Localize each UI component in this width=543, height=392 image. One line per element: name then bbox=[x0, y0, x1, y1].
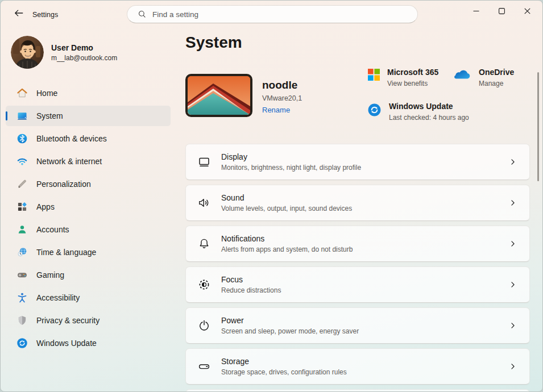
privacy-security-icon bbox=[16, 315, 28, 326]
accounts-icon bbox=[16, 224, 28, 235]
user-meta: User Demo m__lab@outlook.com bbox=[51, 43, 117, 62]
sidebar-item-bluetooth-devices[interactable]: Bluetooth & devices bbox=[6, 128, 171, 149]
minimize-button[interactable] bbox=[463, 3, 489, 20]
row-subtitle: Screen and sleep, power mode, energy sav… bbox=[221, 327, 509, 335]
system-icon bbox=[16, 110, 28, 122]
chevron-right-icon bbox=[509, 281, 517, 289]
search-input[interactable] bbox=[152, 10, 411, 19]
row-title: Notifications bbox=[221, 234, 509, 243]
gaming-icon bbox=[16, 269, 28, 281]
user-name: User Demo bbox=[51, 43, 117, 52]
onedrive-icon bbox=[453, 69, 471, 81]
back-arrow-icon bbox=[13, 8, 23, 20]
display-icon bbox=[197, 155, 211, 169]
quick-card-onedrive[interactable]: OneDrive Manage bbox=[453, 68, 514, 87]
chevron-right-icon bbox=[509, 322, 517, 330]
page-title: System bbox=[185, 34, 242, 52]
search-icon bbox=[138, 10, 147, 19]
user-account-block[interactable]: User Demo m__lab@outlook.com bbox=[11, 36, 117, 69]
settings-row-storage[interactable]: Storage Storage space, drives, configura… bbox=[185, 348, 530, 385]
settings-row-display[interactable]: Display Monitors, brightness, night ligh… bbox=[185, 144, 530, 180]
sidebar-item-label: Windows Update bbox=[36, 339, 97, 348]
close-icon bbox=[524, 6, 530, 16]
personalization-icon bbox=[16, 178, 28, 190]
sidebar-item-label: System bbox=[36, 111, 63, 120]
sidebar-item-personalization[interactable]: Personalization bbox=[6, 174, 171, 194]
quick-card-subtitle: View benefits bbox=[387, 80, 438, 87]
row-title: Storage bbox=[221, 357, 509, 366]
titlebar: Settings bbox=[1, 1, 542, 28]
settings-row-focus[interactable]: Focus Reduce distractions bbox=[185, 266, 530, 303]
sidebar: Home System Bluetooth & devices Network … bbox=[6, 83, 171, 356]
maximize-button[interactable] bbox=[489, 3, 515, 20]
row-subtitle: Storage space, drives, configuration rul… bbox=[221, 368, 509, 376]
sidebar-item-apps[interactable]: Apps bbox=[6, 197, 171, 217]
row-subtitle: Monitors, brightness, night light, displ… bbox=[221, 164, 509, 172]
device-name: noodle bbox=[262, 79, 302, 91]
settings-row-sound[interactable]: Sound Volume levels, output, input, soun… bbox=[185, 185, 530, 221]
quick-card-title: OneDrive bbox=[479, 68, 514, 77]
settings-row-power[interactable]: Power Screen and sleep, power mode, ener… bbox=[185, 307, 530, 344]
sidebar-item-label: Gaming bbox=[36, 270, 64, 280]
row-subtitle: Volume levels, output, input, sound devi… bbox=[221, 205, 509, 212]
focus-icon bbox=[197, 278, 211, 291]
bluetooth-icon bbox=[16, 133, 28, 144]
minimize-icon bbox=[473, 6, 479, 16]
sidebar-item-label: Accounts bbox=[36, 225, 69, 234]
microsoft-365-icon bbox=[368, 69, 380, 81]
windows-update-icon bbox=[367, 103, 382, 117]
sidebar-item-home[interactable]: Home bbox=[6, 83, 171, 103]
row-title: Power bbox=[221, 316, 509, 325]
sidebar-item-system[interactable]: System bbox=[6, 106, 171, 126]
quick-card-windows-update[interactable]: Windows Update Last checked: 4 hours ago bbox=[367, 102, 469, 122]
windows-update-icon bbox=[16, 337, 28, 349]
time-language-icon bbox=[16, 247, 28, 258]
sidebar-item-label: Bluetooth & devices bbox=[36, 134, 107, 143]
sidebar-item-gaming[interactable]: Gaming bbox=[6, 265, 171, 285]
vertical-scrollbar[interactable] bbox=[537, 72, 539, 181]
back-button[interactable] bbox=[7, 6, 29, 22]
selected-indicator bbox=[6, 111, 7, 120]
sidebar-item-network-internet[interactable]: Network & internet bbox=[6, 151, 171, 172]
chevron-right-icon bbox=[509, 240, 517, 248]
power-icon bbox=[197, 319, 211, 332]
home-icon bbox=[16, 87, 28, 99]
quick-card-title: Windows Update bbox=[389, 102, 469, 111]
sidebar-item-label: Apps bbox=[36, 202, 55, 211]
window-controls bbox=[463, 3, 540, 20]
sidebar-item-label: Privacy & security bbox=[36, 316, 100, 325]
sidebar-item-accessibility[interactable]: Accessibility bbox=[6, 287, 171, 308]
device-block: noodle VMware20,1 Rename bbox=[185, 74, 302, 117]
quick-card-title: Microsoft 365 bbox=[387, 68, 438, 77]
sidebar-item-label: Network & internet bbox=[36, 157, 102, 166]
sidebar-item-windows-update[interactable]: Windows Update bbox=[6, 333, 171, 353]
sidebar-item-label: Home bbox=[36, 89, 57, 98]
row-subtitle: Alerts from apps and system, do not dist… bbox=[221, 245, 509, 253]
search-box[interactable] bbox=[127, 5, 418, 23]
sidebar-item-privacy-security[interactable]: Privacy & security bbox=[6, 310, 171, 331]
accessibility-icon bbox=[16, 292, 28, 303]
row-subtitle: Reduce distractions bbox=[221, 286, 509, 294]
sound-icon bbox=[197, 196, 211, 210]
row-title: Display bbox=[221, 152, 509, 161]
close-button[interactable] bbox=[515, 3, 540, 20]
sidebar-item-accounts[interactable]: Accounts bbox=[6, 219, 171, 240]
user-avatar bbox=[11, 36, 44, 69]
sidebar-item-label: Time & language bbox=[36, 248, 96, 257]
notifications-icon bbox=[197, 237, 211, 251]
sidebar-item-time-language[interactable]: Time & language bbox=[6, 242, 171, 262]
app-title: Settings bbox=[32, 11, 58, 19]
row-title: Focus bbox=[221, 275, 509, 284]
maximize-icon bbox=[499, 6, 505, 16]
quick-card-subtitle: Last checked: 4 hours ago bbox=[389, 114, 469, 122]
chevron-right-icon bbox=[509, 158, 517, 166]
quick-card-microsoft-365[interactable]: Microsoft 365 View benefits bbox=[368, 68, 438, 87]
sidebar-item-label: Personalization bbox=[36, 180, 91, 189]
chevron-right-icon bbox=[509, 362, 517, 370]
rename-link[interactable]: Rename bbox=[262, 106, 290, 114]
settings-row-notifications[interactable]: Notifications Alerts from apps and syste… bbox=[185, 226, 530, 262]
settings-row-partial[interactable] bbox=[185, 389, 530, 392]
apps-icon bbox=[16, 201, 28, 212]
device-model: VMware20,1 bbox=[262, 94, 302, 102]
row-title: Sound bbox=[221, 193, 509, 202]
